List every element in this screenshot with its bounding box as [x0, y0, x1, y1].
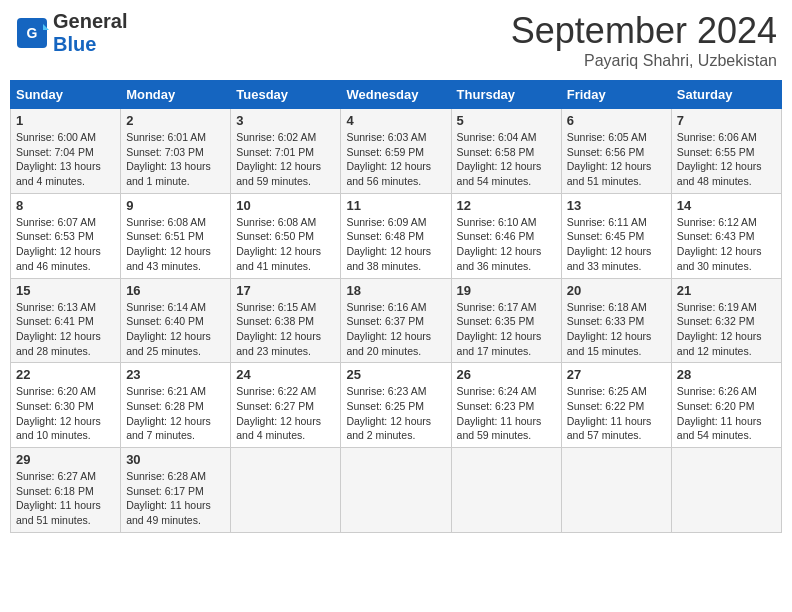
calendar-cell: 7Sunrise: 6:06 AMSunset: 6:55 PMDaylight… [671, 109, 781, 194]
day-info: Sunrise: 6:17 AMSunset: 6:35 PMDaylight:… [457, 300, 556, 359]
day-info: Sunrise: 6:24 AMSunset: 6:23 PMDaylight:… [457, 384, 556, 443]
calendar-cell [671, 448, 781, 533]
calendar-cell: 3Sunrise: 6:02 AMSunset: 7:01 PMDaylight… [231, 109, 341, 194]
day-info: Sunrise: 6:27 AMSunset: 6:18 PMDaylight:… [16, 469, 115, 528]
calendar-header-row: SundayMondayTuesdayWednesdayThursdayFrid… [11, 81, 782, 109]
calendar-cell: 14Sunrise: 6:12 AMSunset: 6:43 PMDayligh… [671, 193, 781, 278]
day-number: 3 [236, 113, 335, 128]
calendar-cell: 15Sunrise: 6:13 AMSunset: 6:41 PMDayligh… [11, 278, 121, 363]
calendar-cell [561, 448, 671, 533]
calendar-cell: 22Sunrise: 6:20 AMSunset: 6:30 PMDayligh… [11, 363, 121, 448]
day-info: Sunrise: 6:09 AMSunset: 6:48 PMDaylight:… [346, 215, 445, 274]
calendar-cell: 28Sunrise: 6:26 AMSunset: 6:20 PMDayligh… [671, 363, 781, 448]
day-number: 5 [457, 113, 556, 128]
calendar-week-row: 29Sunrise: 6:27 AMSunset: 6:18 PMDayligh… [11, 448, 782, 533]
column-header-sunday: Sunday [11, 81, 121, 109]
calendar-cell [231, 448, 341, 533]
day-info: Sunrise: 6:03 AMSunset: 6:59 PMDaylight:… [346, 130, 445, 189]
logo-text: General Blue [53, 10, 127, 56]
day-number: 18 [346, 283, 445, 298]
month-title: September 2024 [511, 10, 777, 52]
day-info: Sunrise: 6:05 AMSunset: 6:56 PMDaylight:… [567, 130, 666, 189]
calendar-cell: 17Sunrise: 6:15 AMSunset: 6:38 PMDayligh… [231, 278, 341, 363]
day-info: Sunrise: 6:26 AMSunset: 6:20 PMDaylight:… [677, 384, 776, 443]
calendar-cell: 5Sunrise: 6:04 AMSunset: 6:58 PMDaylight… [451, 109, 561, 194]
day-info: Sunrise: 6:01 AMSunset: 7:03 PMDaylight:… [126, 130, 225, 189]
column-header-thursday: Thursday [451, 81, 561, 109]
day-info: Sunrise: 6:12 AMSunset: 6:43 PMDaylight:… [677, 215, 776, 274]
day-number: 12 [457, 198, 556, 213]
day-number: 2 [126, 113, 225, 128]
column-header-saturday: Saturday [671, 81, 781, 109]
day-info: Sunrise: 6:06 AMSunset: 6:55 PMDaylight:… [677, 130, 776, 189]
day-info: Sunrise: 6:16 AMSunset: 6:37 PMDaylight:… [346, 300, 445, 359]
day-number: 28 [677, 367, 776, 382]
day-number: 24 [236, 367, 335, 382]
day-number: 8 [16, 198, 115, 213]
calendar-cell: 1Sunrise: 6:00 AMSunset: 7:04 PMDaylight… [11, 109, 121, 194]
calendar-cell: 9Sunrise: 6:08 AMSunset: 6:51 PMDaylight… [121, 193, 231, 278]
day-number: 26 [457, 367, 556, 382]
day-number: 20 [567, 283, 666, 298]
calendar-cell: 23Sunrise: 6:21 AMSunset: 6:28 PMDayligh… [121, 363, 231, 448]
day-info: Sunrise: 6:28 AMSunset: 6:17 PMDaylight:… [126, 469, 225, 528]
day-number: 13 [567, 198, 666, 213]
day-info: Sunrise: 6:13 AMSunset: 6:41 PMDaylight:… [16, 300, 115, 359]
calendar-cell: 20Sunrise: 6:18 AMSunset: 6:33 PMDayligh… [561, 278, 671, 363]
calendar-cell: 19Sunrise: 6:17 AMSunset: 6:35 PMDayligh… [451, 278, 561, 363]
day-info: Sunrise: 6:02 AMSunset: 7:01 PMDaylight:… [236, 130, 335, 189]
calendar-cell: 4Sunrise: 6:03 AMSunset: 6:59 PMDaylight… [341, 109, 451, 194]
day-number: 30 [126, 452, 225, 467]
calendar-cell: 6Sunrise: 6:05 AMSunset: 6:56 PMDaylight… [561, 109, 671, 194]
calendar-cell: 29Sunrise: 6:27 AMSunset: 6:18 PMDayligh… [11, 448, 121, 533]
day-info: Sunrise: 6:21 AMSunset: 6:28 PMDaylight:… [126, 384, 225, 443]
calendar-week-row: 15Sunrise: 6:13 AMSunset: 6:41 PMDayligh… [11, 278, 782, 363]
day-info: Sunrise: 6:18 AMSunset: 6:33 PMDaylight:… [567, 300, 666, 359]
day-info: Sunrise: 6:08 AMSunset: 6:51 PMDaylight:… [126, 215, 225, 274]
calendar-cell: 30Sunrise: 6:28 AMSunset: 6:17 PMDayligh… [121, 448, 231, 533]
column-header-wednesday: Wednesday [341, 81, 451, 109]
day-number: 29 [16, 452, 115, 467]
day-number: 10 [236, 198, 335, 213]
day-number: 6 [567, 113, 666, 128]
day-info: Sunrise: 6:14 AMSunset: 6:40 PMDaylight:… [126, 300, 225, 359]
day-number: 21 [677, 283, 776, 298]
day-number: 14 [677, 198, 776, 213]
logo: G General Blue [15, 10, 127, 56]
day-info: Sunrise: 6:00 AMSunset: 7:04 PMDaylight:… [16, 130, 115, 189]
calendar-cell: 10Sunrise: 6:08 AMSunset: 6:50 PMDayligh… [231, 193, 341, 278]
calendar-table: SundayMondayTuesdayWednesdayThursdayFrid… [10, 80, 782, 533]
calendar-week-row: 22Sunrise: 6:20 AMSunset: 6:30 PMDayligh… [11, 363, 782, 448]
day-number: 25 [346, 367, 445, 382]
calendar-week-row: 8Sunrise: 6:07 AMSunset: 6:53 PMDaylight… [11, 193, 782, 278]
day-number: 7 [677, 113, 776, 128]
title-block: September 2024 Payariq Shahri, Uzbekista… [511, 10, 777, 70]
day-info: Sunrise: 6:07 AMSunset: 6:53 PMDaylight:… [16, 215, 115, 274]
calendar-cell: 24Sunrise: 6:22 AMSunset: 6:27 PMDayligh… [231, 363, 341, 448]
column-header-friday: Friday [561, 81, 671, 109]
day-number: 23 [126, 367, 225, 382]
calendar-cell: 12Sunrise: 6:10 AMSunset: 6:46 PMDayligh… [451, 193, 561, 278]
day-number: 19 [457, 283, 556, 298]
calendar-cell: 21Sunrise: 6:19 AMSunset: 6:32 PMDayligh… [671, 278, 781, 363]
day-info: Sunrise: 6:23 AMSunset: 6:25 PMDaylight:… [346, 384, 445, 443]
day-info: Sunrise: 6:22 AMSunset: 6:27 PMDaylight:… [236, 384, 335, 443]
day-info: Sunrise: 6:15 AMSunset: 6:38 PMDaylight:… [236, 300, 335, 359]
day-number: 22 [16, 367, 115, 382]
page-header: G General Blue September 2024 Payariq Sh… [10, 10, 782, 70]
day-number: 16 [126, 283, 225, 298]
calendar-cell: 16Sunrise: 6:14 AMSunset: 6:40 PMDayligh… [121, 278, 231, 363]
day-info: Sunrise: 6:04 AMSunset: 6:58 PMDaylight:… [457, 130, 556, 189]
calendar-cell: 27Sunrise: 6:25 AMSunset: 6:22 PMDayligh… [561, 363, 671, 448]
calendar-cell [341, 448, 451, 533]
column-header-monday: Monday [121, 81, 231, 109]
calendar-cell: 25Sunrise: 6:23 AMSunset: 6:25 PMDayligh… [341, 363, 451, 448]
calendar-cell: 26Sunrise: 6:24 AMSunset: 6:23 PMDayligh… [451, 363, 561, 448]
calendar-cell: 11Sunrise: 6:09 AMSunset: 6:48 PMDayligh… [341, 193, 451, 278]
calendar-cell: 2Sunrise: 6:01 AMSunset: 7:03 PMDaylight… [121, 109, 231, 194]
day-info: Sunrise: 6:19 AMSunset: 6:32 PMDaylight:… [677, 300, 776, 359]
day-number: 11 [346, 198, 445, 213]
day-number: 15 [16, 283, 115, 298]
column-header-tuesday: Tuesday [231, 81, 341, 109]
svg-text:G: G [27, 25, 38, 41]
